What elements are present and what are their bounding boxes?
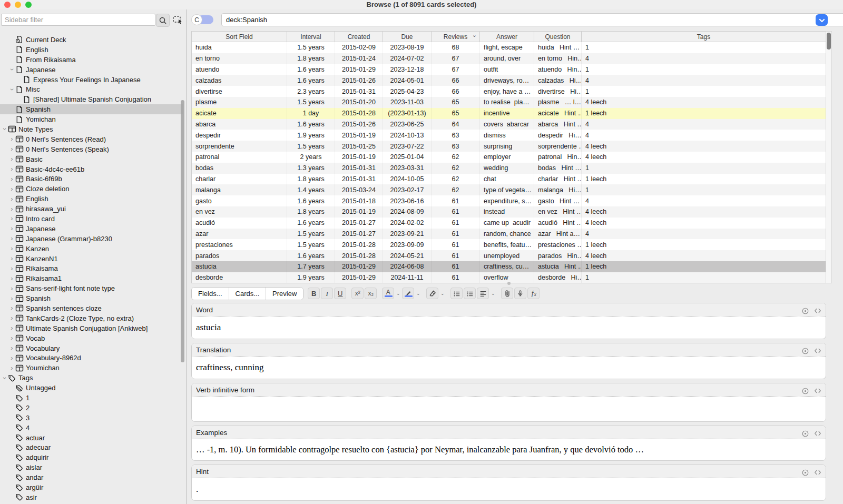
bold-button[interactable]: B — [308, 288, 320, 299]
html-editor-icon[interactable] — [813, 468, 821, 476]
alignment-dropdown-button[interactable]: ⌄ — [490, 288, 496, 299]
sidebar-item-japanese[interactable]: ›Japanese — [0, 224, 183, 234]
table-row-acudi[interactable]: acudió1.6 years2015-01-272024-02-0261cam… — [192, 218, 826, 229]
highlight-color-dropdown-button[interactable]: ⌄ — [415, 288, 421, 299]
subscript-button[interactable]: x₂ — [365, 288, 377, 299]
table-row-gasto[interactable]: gasto1.6 years2015-01-182023-06-1661expe… — [192, 195, 826, 206]
field-content-translation[interactable]: craftiness, cunning — [192, 357, 826, 379]
sidebar-item-japanese-grammar-b8230[interactable]: ›Japanese (Grammar)-b8230 — [0, 234, 183, 244]
sidebar-item-current-deck[interactable]: Current Deck — [0, 35, 183, 45]
sidebar-item-from-rikaisama[interactable]: From Rikaisama — [0, 55, 183, 65]
chevron-right-icon[interactable]: › — [8, 255, 15, 262]
chevron-down-icon[interactable]: › — [9, 86, 15, 93]
sidebar-item-kanzen[interactable]: ›Kanzen — [0, 244, 183, 254]
sidebar-item-vocabulary-8962d[interactable]: ›Vocabulary-8962d — [0, 353, 183, 363]
sidebar-item-sans-serif-light-font-note-type[interactable]: ›Sans-serif-light font note type — [0, 283, 183, 293]
sidebar-item-english[interactable]: English — [0, 45, 183, 55]
sidebar-item-express-your-feelings-in-japanese[interactable]: Express Your Feelings In Japanese — [0, 75, 183, 85]
column-header-due[interactable]: Due — [383, 32, 432, 42]
highlight-color-button[interactable] — [402, 288, 414, 299]
sidebar-item-ultimate-spanish-conjugation-ankiweb[interactable]: ›Ultimate Spanish Conjugation [Ankiweb] — [0, 323, 183, 333]
sidebar-item-youmichan[interactable]: ›Youmichan — [0, 363, 183, 373]
ordered-list-button[interactable] — [464, 288, 476, 299]
table-row-charlar[interactable]: charlar1.8 years2015-01-312024-10-0562ch… — [192, 174, 826, 185]
field-content-verb-infinitive-form[interactable] — [192, 397, 826, 421]
cards-button[interactable]: Cards... — [229, 288, 267, 300]
chevron-right-icon[interactable]: › — [8, 355, 15, 361]
chevron-right-icon[interactable]: › — [8, 245, 15, 252]
table-row-sorprendente[interactable]: sorprendente1.5 years2015-01-252023-07-2… — [192, 141, 826, 152]
html-editor-icon[interactable] — [813, 346, 821, 354]
cards-notes-toggle[interactable]: C — [191, 14, 215, 25]
sidebar-item-untagged[interactable]: Untagged — [0, 383, 183, 393]
sidebar-item-andar[interactable]: andar — [0, 472, 183, 482]
sidebar-item-4[interactable]: 4 — [0, 423, 183, 433]
sidebar-item-actuar[interactable]: actuar — [0, 433, 183, 443]
html-editor-icon[interactable] — [813, 429, 821, 437]
table-row-malanga[interactable]: malanga1.4 years2015-03-242023-02-1762ty… — [192, 184, 826, 195]
field-content-examples[interactable]: … -1, m. 10). Un formidable contragolpe … — [192, 439, 826, 460]
sidebar-item-tankcards-2-cloze-type-no-extra[interactable]: ›TankCards-2 (Cloze Type, no extra) — [0, 313, 183, 323]
chevron-right-icon[interactable]: › — [8, 146, 15, 152]
sidebar-item-vocabulary[interactable]: ›Vocabulary — [0, 343, 183, 353]
html-editor-icon[interactable] — [813, 386, 821, 394]
chevron-right-icon[interactable]: › — [8, 156, 15, 162]
sticky-field-icon[interactable] — [801, 386, 809, 394]
chevron-right-icon[interactable]: › — [8, 206, 15, 212]
sidebar-item-english[interactable]: ›English — [0, 194, 183, 204]
sidebar-item-kanzenn1[interactable]: ›KanzenN1 — [0, 254, 183, 264]
sidebar-search-button[interactable] — [156, 14, 170, 27]
splitter-handle[interactable] — [507, 282, 511, 285]
chevron-right-icon[interactable]: › — [8, 295, 15, 302]
field-content-hint[interactable]: . — [192, 478, 826, 500]
table-row-bodas[interactable]: bodas1.3 years2015-01-312023-03-3162wedd… — [192, 163, 826, 174]
sidebar-item-vocab[interactable]: ›Vocab — [0, 333, 183, 343]
underline-button[interactable]: U — [334, 288, 346, 299]
text-color-dropdown-button[interactable]: ⌄ — [395, 288, 401, 299]
sidebar-item-shared-ultimate-spanish-conjugation[interactable]: [Shared] Ultimate Spanish Conjugation — [0, 94, 183, 104]
chevron-right-icon[interactable]: › — [8, 225, 15, 232]
sidebar-item-asir[interactable]: asir — [0, 492, 183, 502]
sidebar-item-aislar[interactable]: aislar — [0, 462, 183, 472]
sidebar-item-spanish[interactable]: ›Spanish — [0, 293, 183, 303]
chevron-right-icon[interactable]: › — [8, 345, 15, 351]
chevron-right-icon[interactable]: › — [8, 275, 15, 282]
selection-mode-icon[interactable] — [172, 15, 183, 25]
table-row-en-vez[interactable]: en vez1.8 years2015-01-192024-08-0961ins… — [192, 206, 826, 218]
sticky-field-icon[interactable] — [801, 429, 809, 437]
preview-button[interactable]: Preview — [266, 288, 303, 300]
remove-formatting-button[interactable] — [426, 288, 438, 299]
table-row-prestaciones[interactable]: prestaciones1.5 years2015-01-282023-09-0… — [192, 239, 826, 250]
table-row-abarca[interactable]: abarca1.6 years2015-01-262023-06-2564cov… — [192, 119, 826, 130]
field-content-word[interactable]: astucia — [192, 317, 826, 339]
chevron-right-icon[interactable]: › — [8, 325, 15, 331]
text-color-button[interactable]: A — [382, 288, 394, 299]
chevron-down-icon[interactable]: › — [2, 126, 8, 133]
html-editor-icon[interactable] — [813, 306, 821, 314]
toggle-knob[interactable]: C — [191, 14, 202, 25]
table-scrollbar[interactable] — [826, 31, 832, 283]
sidebar-filter-input[interactable] — [1, 14, 155, 26]
sidebar-item-rikaisama1[interactable]: ›Rikaisama1 — [0, 273, 183, 283]
equations-button[interactable]: ƒₓ — [527, 288, 540, 299]
chevron-right-icon[interactable]: › — [8, 265, 15, 272]
sidebar-item-japanese[interactable]: ›Japanese — [0, 65, 183, 75]
chevron-right-icon[interactable]: › — [8, 136, 15, 142]
sticky-field-icon[interactable] — [801, 346, 809, 354]
table-row-huida[interactable]: huida1.5 years2015-02-092023-08-1968flig… — [192, 42, 826, 53]
fields-button[interactable]: Fields... — [192, 288, 229, 300]
chevron-down-icon[interactable]: › — [9, 66, 15, 73]
chevron-right-icon[interactable]: › — [8, 166, 15, 172]
sidebar-item-note-types[interactable]: ›Note Types — [0, 124, 183, 134]
sidebar-item-spanish-sentences-cloze[interactable]: ›Spanish sentences cloze — [0, 303, 183, 313]
unordered-list-button[interactable] — [450, 288, 463, 299]
sidebar-item-0-neri-s-sentences-speak[interactable]: ›0 Neri's Sentences (Speak) — [0, 144, 183, 154]
column-header-reviews[interactable]: Reviews⌄ — [432, 32, 480, 42]
italic-button[interactable]: I — [321, 288, 333, 299]
sidebar-item-0-neri-s-sentences-read[interactable]: ›0 Neri's Sentences (Read) — [0, 134, 183, 144]
chevron-right-icon[interactable]: › — [8, 365, 15, 371]
column-header-sort-field[interactable]: Sort Field — [192, 32, 287, 42]
sidebar-item-cloze-deletion[interactable]: ›Cloze deletion — [0, 184, 183, 194]
chevron-right-icon[interactable]: › — [8, 186, 15, 192]
chevron-right-icon[interactable]: › — [8, 315, 15, 321]
